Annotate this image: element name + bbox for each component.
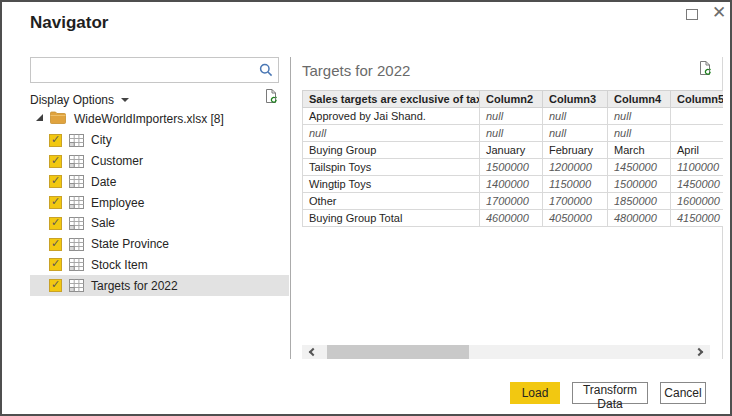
tree-item-label: Targets for 2022 bbox=[91, 279, 178, 293]
table-cell: 1700000 bbox=[543, 193, 608, 210]
checkbox-icon[interactable]: ✓ bbox=[49, 175, 62, 188]
table-cell: 4150000 bbox=[671, 210, 724, 227]
display-options-dropdown[interactable]: Display Options bbox=[30, 93, 129, 107]
table-cell: null bbox=[480, 108, 543, 125]
table-row: Buying GroupJanuaryFebruaryMarchApril bbox=[303, 142, 724, 159]
checkbox-icon[interactable]: ✓ bbox=[49, 134, 62, 147]
chevron-down-icon bbox=[121, 98, 129, 102]
checkbox-icon[interactable]: ✓ bbox=[49, 238, 62, 251]
checkbox-icon[interactable]: ✓ bbox=[49, 196, 62, 209]
table-cell: 1450000 bbox=[608, 159, 671, 176]
display-options-row: Display Options bbox=[30, 90, 279, 106]
table-cell: Wingtip Toys bbox=[303, 176, 480, 193]
checkbox-icon[interactable]: ✓ bbox=[49, 217, 62, 230]
scroll-right-icon[interactable] bbox=[696, 348, 704, 356]
scroll-left-icon[interactable] bbox=[308, 348, 316, 356]
refresh-preview-icon[interactable] bbox=[697, 60, 713, 80]
table-icon bbox=[69, 134, 84, 147]
table-cell: January bbox=[480, 142, 543, 159]
search-box bbox=[30, 57, 279, 83]
tree-item-employee[interactable]: ✓Employee bbox=[30, 192, 289, 213]
refresh-preview-icon[interactable] bbox=[263, 88, 279, 108]
tree-item-sale[interactable]: ✓Sale bbox=[30, 213, 289, 234]
tree-root-label: WideWorldImporters.xlsx [8] bbox=[74, 112, 224, 126]
table-cell bbox=[671, 108, 724, 125]
column-header: Column3 bbox=[543, 91, 608, 108]
table-cell: February bbox=[543, 142, 608, 159]
scrollbar-thumb[interactable] bbox=[327, 345, 469, 359]
column-header: Column2 bbox=[480, 91, 543, 108]
tree-item-state-province[interactable]: ✓State Province bbox=[30, 234, 289, 255]
tree-item-customer[interactable]: ✓Customer bbox=[30, 151, 289, 172]
table-row: Wingtip Toys1400000115000015000001450000 bbox=[303, 176, 724, 193]
table-row: Other1700000170000018500001600000 bbox=[303, 193, 724, 210]
table-row: Approved by Jai Shand.nullnullnull bbox=[303, 108, 724, 125]
table-cell bbox=[671, 125, 724, 142]
table-icon bbox=[69, 155, 84, 168]
tree-item-label: Sale bbox=[91, 216, 115, 230]
tree-item-label: Customer bbox=[91, 154, 143, 168]
tree-item-label: City bbox=[91, 133, 112, 147]
checkbox-icon[interactable]: ✓ bbox=[49, 279, 62, 292]
preview-table-container: Sales targets are exclusive of tax.Colum… bbox=[302, 90, 723, 230]
maximize-icon[interactable] bbox=[686, 9, 698, 20]
table-cell: Buying Group bbox=[303, 142, 480, 159]
table-cell: 4600000 bbox=[480, 210, 543, 227]
close-icon[interactable]: ✕ bbox=[709, 3, 729, 23]
table-cell: Approved by Jai Shand. bbox=[303, 108, 480, 125]
expander-icon[interactable] bbox=[36, 114, 43, 121]
table-icon bbox=[69, 258, 84, 271]
table-cell: null bbox=[303, 125, 480, 142]
table-cell: 4050000 bbox=[543, 210, 608, 227]
table-cell: null bbox=[608, 125, 671, 142]
panel-divider bbox=[290, 57, 291, 359]
search-input[interactable] bbox=[35, 59, 253, 81]
cancel-button[interactable]: Cancel bbox=[660, 382, 706, 404]
table-cell: 1100000 bbox=[671, 159, 724, 176]
checkbox-icon[interactable]: ✓ bbox=[49, 155, 62, 168]
table-body: Approved by Jai Shand.nullnullnullnullnu… bbox=[303, 108, 724, 227]
tree-item-label: Employee bbox=[91, 196, 144, 210]
column-header: Column4 bbox=[608, 91, 671, 108]
table-icon bbox=[69, 217, 84, 230]
transform-data-button[interactable]: Transform Data bbox=[572, 382, 648, 404]
tree-item-date[interactable]: ✓Date bbox=[30, 172, 289, 193]
table-cell: April bbox=[671, 142, 724, 159]
table-cell: March bbox=[608, 142, 671, 159]
table-cell: null bbox=[543, 108, 608, 125]
preview-table: Sales targets are exclusive of tax.Colum… bbox=[302, 90, 723, 227]
display-options-label: Display Options bbox=[30, 93, 114, 107]
tree-item-label: Date bbox=[91, 175, 116, 189]
table-icon bbox=[69, 196, 84, 209]
column-header: Column5 bbox=[671, 91, 724, 108]
tree-item-label: State Province bbox=[91, 237, 169, 251]
checkbox-icon[interactable]: ✓ bbox=[49, 258, 62, 271]
table-cell: 1500000 bbox=[608, 176, 671, 193]
table-cell: 1450000 bbox=[671, 176, 724, 193]
table-cell: 1600000 bbox=[671, 193, 724, 210]
column-header: Sales targets are exclusive of tax. bbox=[303, 91, 480, 108]
search-icon bbox=[258, 62, 274, 82]
tree-item-city[interactable]: ✓City bbox=[30, 130, 289, 151]
table-cell: 1200000 bbox=[543, 159, 608, 176]
table-cell: null bbox=[543, 125, 608, 142]
tree-item-targets-for-2022[interactable]: ✓Targets for 2022 bbox=[30, 275, 289, 296]
table-icon bbox=[69, 175, 84, 188]
table-header-row: Sales targets are exclusive of tax.Colum… bbox=[303, 91, 724, 108]
table-row: nullnullnullnull bbox=[303, 125, 724, 142]
horizontal-scrollbar[interactable] bbox=[302, 345, 710, 359]
page-title: Navigator bbox=[30, 13, 108, 33]
navigator-dialog: ✕ Navigator Display Options bbox=[0, 0, 732, 416]
load-button[interactable]: Load bbox=[510, 382, 560, 404]
tree-item-stock-item[interactable]: ✓Stock Item bbox=[30, 255, 289, 276]
table-row: Tailspin Toys150000012000001450000110000… bbox=[303, 159, 724, 176]
table-cell: 1500000 bbox=[480, 159, 543, 176]
tree-root-workbook[interactable]: WideWorldImporters.xlsx [8] bbox=[30, 107, 289, 130]
table-cell: Tailspin Toys bbox=[303, 159, 480, 176]
table-row: Buying Group Total4600000405000048000004… bbox=[303, 210, 724, 227]
preview-title: Targets for 2022 bbox=[302, 62, 410, 79]
folder-icon bbox=[50, 110, 66, 128]
table-cell: 1850000 bbox=[608, 193, 671, 210]
table-icon bbox=[69, 279, 84, 292]
table-cell: null bbox=[608, 108, 671, 125]
